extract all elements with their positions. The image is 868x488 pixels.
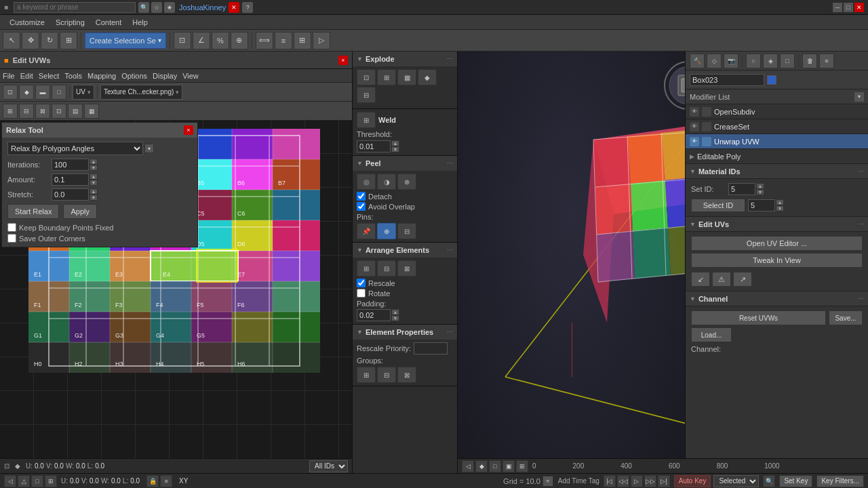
edit-uvs-header[interactable]: ▼ Edit UVs ⋯ <box>686 217 868 232</box>
iterations-up[interactable]: ▲ <box>90 159 98 165</box>
minimize-button[interactable]: ─ <box>833 3 842 12</box>
edit-uvs-expand-icon[interactable]: ⋯ <box>858 221 864 228</box>
explode-tool-3[interactable]: ▦ <box>397 69 416 85</box>
avoid-overlap-checkbox[interactable] <box>357 202 366 211</box>
select-tool-button[interactable]: ↖ <box>3 32 20 49</box>
channel-icon-1[interactable]: ↙ <box>691 272 710 287</box>
arrange-options-icon[interactable]: ⋯ <box>447 247 453 253</box>
close-session-icon[interactable]: ✕ <box>229 2 239 13</box>
next-key-button[interactable]: ▷▷ <box>644 475 656 487</box>
rotate-tool-button[interactable]: ↻ <box>41 32 58 49</box>
padding-up[interactable]: ▲ <box>391 309 399 315</box>
search-anim-icon[interactable]: 🔍 <box>763 475 775 487</box>
explode-tool-5[interactable]: ⊟ <box>357 87 376 103</box>
tweak-in-view-button[interactable]: Tweak In View <box>691 253 863 268</box>
explode-tool-4[interactable]: ◆ <box>418 69 437 85</box>
explode-tool-1[interactable]: ⊡ <box>357 69 376 85</box>
modifier-opensubdiv[interactable]: 👁 OpenSubdiv <box>686 104 868 119</box>
percent-snap-button[interactable]: % <box>212 32 229 49</box>
auto-key-button[interactable]: Auto Key <box>674 475 711 487</box>
rescale-checkbox[interactable] <box>357 279 366 287</box>
uv-tool-6[interactable]: ▦ <box>84 104 99 119</box>
bottom-tool-3[interactable]: □ <box>31 475 43 487</box>
explode-options-icon[interactable]: ⋯ <box>447 56 453 62</box>
menu-help[interactable]: Help <box>127 17 153 28</box>
rotate-checkbox[interactable] <box>357 289 366 298</box>
prop-tool-box[interactable]: □ <box>780 54 795 68</box>
explode-tool-2[interactable]: ⊞ <box>377 69 396 85</box>
arrange-tool-2[interactable]: ⊟ <box>377 260 396 277</box>
rescale-priority-select[interactable] <box>414 342 448 354</box>
uv-menu-options[interactable]: Options <box>121 72 147 80</box>
stretch-up[interactable]: ▲ <box>90 188 98 195</box>
search-input[interactable] <box>14 2 136 13</box>
prev-frame-button[interactable]: |◁ <box>604 475 616 487</box>
select-id-button[interactable]: Select ID <box>691 199 745 212</box>
modifier-editable-poly[interactable]: ▶ Editable Poly <box>686 149 868 164</box>
uv-menu-edit[interactable]: Edit <box>20 72 33 80</box>
selected-dropdown[interactable]: Selected <box>713 475 759 487</box>
prop-tool-sphere[interactable]: ○ <box>746 54 761 68</box>
uv-tool-3[interactable]: ⊠ <box>35 104 50 119</box>
group-icon-1[interactable]: ⊞ <box>357 367 376 383</box>
pin-tool-1[interactable]: 📌 <box>357 223 376 239</box>
bookmark-icon[interactable]: ☆ <box>151 2 162 13</box>
peel-options-icon[interactable]: ⋯ <box>447 160 453 167</box>
search-icon[interactable]: 🔍 <box>138 2 149 13</box>
set-id-up[interactable]: ▲ <box>756 183 764 189</box>
relax-method-select[interactable]: Relax By Polygon Angles <box>7 142 143 155</box>
uv-menu-view[interactable]: View <box>182 72 199 80</box>
reset-uvws-button[interactable]: Reset UVWs <box>691 310 826 325</box>
next-frame-button[interactable]: ▷| <box>658 475 670 487</box>
mirror-button[interactable]: ⟺ <box>256 32 273 49</box>
prev-key-button[interactable]: ◁◁ <box>617 475 629 487</box>
modifier-list-expand[interactable]: ▾ <box>854 92 864 102</box>
bottom-tool-1[interactable]: ◁ <box>4 475 16 487</box>
select-id-up[interactable]: ▲ <box>776 199 784 205</box>
prop-tool-list[interactable]: ≡ <box>819 54 834 68</box>
viewport-mode-2[interactable]: ◆ <box>475 460 488 472</box>
star-icon[interactable]: ★ <box>164 2 175 13</box>
detach-checkbox[interactable] <box>357 192 366 201</box>
set-key-button[interactable]: Set Key <box>779 475 812 487</box>
uv-tool-2[interactable]: ⊟ <box>19 104 34 119</box>
uv-menu-tools[interactable]: Tools <box>64 72 82 80</box>
help-icon[interactable]: ? <box>242 2 253 13</box>
play-button[interactable]: ▷ <box>631 475 643 487</box>
uv-channel-dropdown[interactable]: UV ▾ <box>73 85 94 100</box>
prop-tool-light[interactable]: ◈ <box>763 54 778 68</box>
prop-tool-shape[interactable]: ◇ <box>707 54 722 68</box>
uv-poly-mode-button[interactable]: □ <box>52 85 66 100</box>
channel-icon-3[interactable]: ↗ <box>733 272 752 287</box>
layer-manager-button[interactable]: ⊞ <box>294 32 311 49</box>
modifier-opensubdiv-eye[interactable]: 👁 <box>690 107 699 117</box>
viewport-mode-3[interactable]: □ <box>489 460 501 472</box>
uv-tool-4[interactable]: ⊡ <box>52 104 66 119</box>
close-window-button[interactable]: ✕ <box>854 3 864 12</box>
arrange-tool-3[interactable]: ⊠ <box>397 260 416 277</box>
stretch-input[interactable] <box>52 188 89 201</box>
amount-down[interactable]: ▼ <box>90 180 98 186</box>
move-tool-button[interactable]: ✥ <box>22 32 39 49</box>
bottom-tool-2[interactable]: △ <box>18 475 30 487</box>
apply-button[interactable]: Apply <box>63 204 97 219</box>
channel-icon-2[interactable]: ⚠ <box>712 272 731 287</box>
padding-input[interactable] <box>357 309 391 321</box>
abs-mode-icon[interactable]: ≡ <box>160 475 172 487</box>
material-ids-header[interactable]: ▼ Material IDs ⋯ <box>686 164 868 179</box>
threshold-up[interactable]: ▲ <box>391 140 399 146</box>
group-icon-3[interactable]: ⊠ <box>397 367 416 383</box>
explode-section-header[interactable]: ▼ Explode ⋯ <box>353 52 457 66</box>
viewport-mode-4[interactable]: ▣ <box>502 460 515 472</box>
uv-tool-1[interactable]: ⊞ <box>3 104 18 119</box>
arrange-section-header[interactable]: ▼ Arrange Elements ⋯ <box>353 243 457 258</box>
select-id-input[interactable] <box>748 199 775 211</box>
keep-boundary-checkbox[interactable] <box>7 223 16 232</box>
open-uv-editor-button[interactable]: Open UV Editor ... <box>691 236 863 251</box>
uv-menu-select[interactable]: Select <box>39 72 60 80</box>
set-id-input[interactable] <box>728 183 755 195</box>
spinner-snap-button[interactable]: ⊕ <box>231 32 248 49</box>
peel-tool-1[interactable]: ◎ <box>357 174 376 190</box>
padding-down[interactable]: ▼ <box>391 315 399 321</box>
save-corners-checkbox[interactable] <box>7 234 16 243</box>
